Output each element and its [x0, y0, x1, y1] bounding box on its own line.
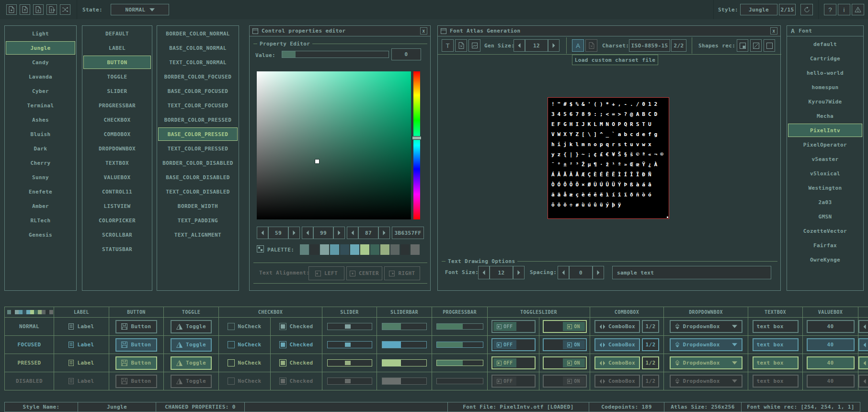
status-segment-jungle[interactable]: Jungle — [78, 402, 156, 412]
demo-textbox[interactable]: text box — [753, 320, 799, 333]
font-item-hello-world[interactable]: hello-world — [788, 66, 862, 80]
spinner-left-icon[interactable] — [478, 266, 490, 279]
font-item-gmsn[interactable]: GMSN — [788, 210, 862, 223]
style-item-sunny[interactable]: Sunny — [6, 171, 75, 184]
property-item-base-color-focused[interactable]: BASE_COLOR_FOCUSED — [158, 84, 238, 98]
shapes-slash-button[interactable] — [750, 39, 762, 52]
demo-partial-spinner[interactable] — [858, 320, 868, 333]
close-icon[interactable]: x — [420, 27, 427, 34]
demo-toggleslider-on[interactable]: ON — [543, 356, 587, 369]
demo-textbox[interactable]: text box — [753, 356, 799, 369]
palette-swatch-10[interactable] — [400, 244, 410, 255]
demo-toggle[interactable]: Toggle — [171, 375, 212, 388]
font-item-pixelintv[interactable]: PixelIntv — [788, 124, 862, 137]
spinner-left-icon[interactable] — [302, 227, 313, 239]
spinner-right-icon[interactable] — [548, 39, 560, 52]
slider-knob[interactable] — [345, 324, 351, 329]
demo-combobox[interactable]: ComboBox1/2 — [594, 320, 659, 333]
style-item-amber[interactable]: Amber — [6, 199, 75, 213]
control-item-statusbar[interactable]: STATUSBAR — [83, 242, 151, 256]
shapes-white-rec-button[interactable] — [737, 39, 748, 52]
font-item-default[interactable]: default — [788, 37, 862, 51]
style-item-bluish[interactable]: Bluish — [6, 127, 75, 141]
demo-toggleslider-off[interactable]: OFF — [491, 356, 536, 369]
shapes-square-button[interactable] — [764, 39, 775, 52]
font-atlas-image[interactable]: !"#$%&'()*+,-./0123456789:;<=>?@ABCDEFGH… — [548, 97, 669, 219]
font-item-cozettevector[interactable]: CozetteVector — [788, 224, 862, 238]
palette-swatch-7[interactable] — [370, 244, 379, 255]
demo-toggle[interactable]: Toggle — [171, 338, 212, 352]
demo-toggle[interactable]: Toggle — [171, 320, 212, 333]
demo-toggleslider-off[interactable]: OFF — [491, 320, 536, 333]
spinner-right-icon[interactable] — [378, 227, 390, 239]
palette-swatch-8[interactable] — [380, 244, 389, 255]
demo-checkbox-checked[interactable]: Checked — [279, 378, 313, 385]
property-item-border-width[interactable]: BORDER_WIDTH — [158, 199, 238, 213]
font-item-cartridge[interactable]: Cartridge — [788, 52, 862, 65]
control-item-progressbar[interactable]: PROGRESSBAR — [83, 99, 151, 112]
palette-swatch-11[interactable] — [411, 244, 420, 255]
style-item-dark[interactable]: Dark — [6, 142, 75, 155]
control-item-label[interactable]: LABEL — [83, 41, 151, 55]
control-item-listview[interactable]: LISTVIEW — [83, 199, 151, 213]
demo-partial-spinner[interactable] — [858, 338, 868, 351]
control-item-button[interactable]: BUTTON — [83, 56, 151, 69]
style-item-cherry[interactable]: Cherry — [6, 156, 75, 170]
issue-button[interactable] — [852, 4, 864, 15]
file-new-button[interactable] — [6, 4, 17, 15]
demo-slider[interactable] — [327, 359, 372, 366]
charset-page[interactable]: 2/2 — [671, 39, 686, 52]
demo-sliderbar[interactable] — [382, 341, 427, 348]
property-item-base-color-pressed[interactable]: BASE_COLOR_PRESSED — [158, 127, 238, 141]
file-save-button[interactable] — [33, 4, 44, 15]
spinner-left-icon[interactable] — [558, 266, 569, 279]
value-slider[interactable] — [282, 51, 389, 58]
align-left-button[interactable]: LEFT — [308, 266, 344, 280]
property-item-text-padding[interactable]: TEXT_PADDING — [158, 214, 238, 227]
demo-checkbox-unchecked[interactable]: NoCheck — [228, 323, 261, 330]
property-item-text-color-disabled[interactable]: TEXT_COLOR_DISABLED — [158, 185, 238, 198]
palette-swatch-0[interactable] — [300, 244, 309, 255]
palette-swatch-9[interactable] — [390, 244, 400, 255]
palette-swatch-5[interactable] — [350, 244, 359, 255]
property-item-text-alignment[interactable]: TEXT_ALIGNMENT — [158, 228, 238, 241]
demo-button[interactable]: Button — [115, 356, 157, 370]
spinner-right-icon[interactable] — [333, 227, 345, 239]
style-item-candy[interactable]: Candy — [6, 56, 75, 69]
demo-combobox[interactable]: ComboBox1/2 — [594, 375, 659, 388]
hex-value-box[interactable]: 3B6357FF — [392, 227, 424, 239]
font-item-fairfax[interactable]: Fairfax — [788, 239, 862, 252]
control-item-scrollbar[interactable]: SCROLLBAR — [83, 228, 151, 241]
demo-combobox[interactable]: ComboBox1/2 — [594, 338, 659, 351]
demo-toggleslider-on[interactable]: ON — [543, 338, 587, 351]
font-size-value[interactable]: 12 — [490, 266, 513, 279]
demo-dropdownbox[interactable]: DropdownBox — [670, 356, 742, 369]
style-name-box[interactable]: Jungle — [740, 4, 777, 15]
font-item-v5loxical[interactable]: v5loxical — [788, 167, 862, 180]
combobox-counter[interactable]: 1/2 — [642, 338, 659, 351]
property-item-base-color-disabled[interactable]: BASE_COLOR_DISABLED — [158, 171, 238, 184]
palette-swatch-6[interactable] — [360, 244, 369, 255]
spinner-right-icon[interactable] — [593, 266, 604, 279]
palette-swatch-2[interactable] — [320, 244, 329, 255]
font-item-v5easter[interactable]: v5easter — [788, 152, 862, 166]
font-item-mecha[interactable]: Mecha — [788, 109, 862, 123]
palette-swatch-1[interactable] — [310, 244, 319, 255]
spinner-right-icon[interactable] — [288, 227, 300, 239]
file-export-button[interactable] — [46, 4, 57, 15]
property-item-text-color-pressed[interactable]: TEXT_COLOR_PRESSED — [158, 142, 238, 155]
style-item-genesis[interactable]: Genesis — [6, 228, 75, 241]
control-item-dropdownbox[interactable]: DROPDOWNBOX — [83, 142, 151, 155]
control-item-colorpicker[interactable]: COLORPICKER — [83, 214, 151, 227]
property-item-border-color-focused[interactable]: BORDER_COLOR_FOCUSED — [158, 70, 238, 83]
close-icon[interactable]: x — [770, 27, 777, 34]
random-style-button[interactable] — [60, 4, 70, 15]
control-item-slider[interactable]: SLIDER — [83, 84, 151, 98]
info-button[interactable]: i — [838, 4, 850, 15]
property-item-text-color-normal[interactable]: TEXT_COLOR_NORMAL — [158, 56, 238, 69]
control-item-valuebox[interactable]: VALUEBOX — [83, 171, 151, 184]
hue-handle[interactable] — [412, 136, 422, 140]
font-item-homespun[interactable]: homespun — [788, 80, 862, 94]
demo-valuebox[interactable]: 40 — [807, 356, 855, 369]
demo-partial-spinner[interactable] — [858, 375, 868, 388]
